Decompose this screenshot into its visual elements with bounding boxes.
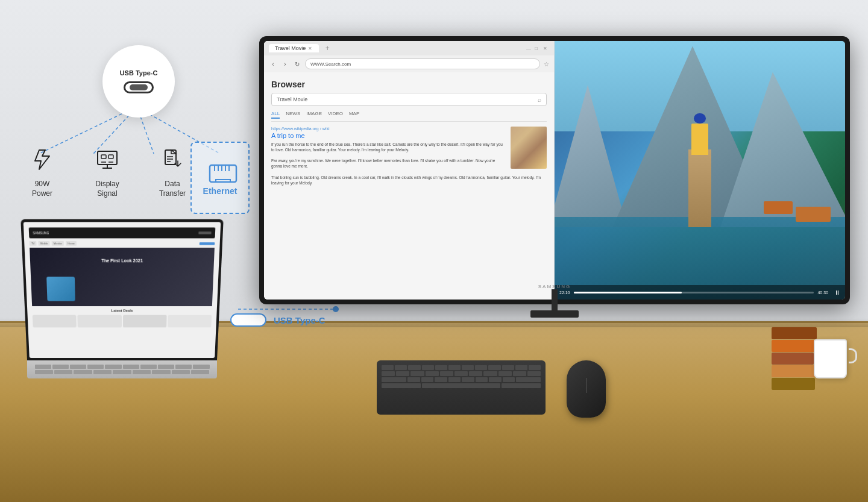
dk-key [516,377,541,382]
usb-type-c-bubble: USB Type-C [102,45,175,118]
data-label: DataTransfer [159,180,186,198]
dk-key [483,371,497,376]
mouse-divider [586,378,587,393]
nav-item-3: Monitor [52,241,64,246]
samsung-logo-monitor: SAMSUNG [538,284,571,289]
key [93,370,112,374]
tab-close-icon: ✕ [308,46,313,51]
dk-key [426,371,439,376]
laptop-keyboard [27,360,217,378]
svg-rect-9 [101,155,106,158]
dk-key [382,371,395,376]
dk-key [462,377,474,382]
key [123,365,139,369]
dk-key [488,365,500,370]
dk-key [395,365,407,370]
laptop-hero: The First Look 2021 [30,248,215,306]
deal-3 [123,315,167,328]
book-3 [772,353,814,365]
browser-titlebar: Travel Movie ✕ + — □ ✕ [264,41,554,55]
tab-video: VIDEO [328,111,343,119]
key [152,370,170,374]
new-tab-icon: + [322,43,332,53]
dk-key [408,365,420,370]
key [70,365,86,369]
dk-key [515,365,527,370]
reload-button: ↻ [293,60,301,68]
key [35,365,51,369]
result-title: A trip to me [271,132,547,139]
key [133,370,151,374]
dk-key [435,365,447,370]
search-text: Travel Movie [277,96,307,102]
desk-keyboard-body [377,360,546,415]
key [158,365,174,369]
dk-key [498,371,512,376]
dk-key [410,371,424,376]
dk-row-1 [382,365,541,370]
desk-keyboard [377,360,546,415]
dk-key [513,371,526,376]
nav-item-2: Mobile [39,241,50,246]
dk-key [448,377,461,382]
browser-search-box: Travel Movie ⌕ [271,93,547,106]
pier [688,149,712,227]
display-icon [92,145,122,175]
forward-button: › [281,60,289,68]
dk-key [502,383,541,388]
dk-row-4 [382,383,541,388]
feature-display: DisplaySignal [83,145,131,198]
feature-power: 90WPower [18,145,66,198]
usb-c-connector-icon [124,81,154,93]
browser-tab: Travel Movie ✕ [269,44,319,52]
tab-image: IMAGE [306,111,322,119]
deal-4 [168,315,212,328]
laptop-screen-inner: SAMSUNG TV Mobile Monitor Home [24,222,221,358]
key [175,365,192,369]
key [74,370,92,374]
deals-grid [33,315,212,328]
key [52,365,69,369]
keyboard-rows [35,365,210,374]
hero-text: The First Look 2021 [101,253,143,265]
dk-key [422,365,434,370]
nav-item-4: Home [66,241,77,246]
book-2 [772,340,820,352]
dk-row-2 [382,371,541,376]
dk-row-3 [382,377,541,382]
dk-key [448,365,461,370]
dk-key [529,365,541,370]
maximize-icon: □ [535,45,541,51]
svg-rect-10 [108,155,113,158]
key [113,370,131,374]
stand-base [530,310,579,318]
video-background [555,41,845,300]
key [35,370,53,374]
monitor-outer: Travel Movie ✕ + — □ ✕ ‹ › ↻ [259,36,850,304]
book-1 [772,327,817,339]
dk-key [440,371,453,376]
monitor-screen: Travel Movie ✕ + — □ ✕ ‹ › ↻ [264,41,845,300]
laptop-content: SAMSUNG TV Mobile Monitor Home [24,222,221,358]
tab-map: MAP [349,111,359,119]
key [140,365,157,369]
dk-key [476,377,488,382]
laptop-nav-icon [198,231,211,234]
tab-news: NEWS [286,111,300,119]
key [54,370,72,374]
dk-key [382,383,421,388]
boat-2 [764,201,793,214]
mug-body [814,339,847,378]
laptop-screen: SAMSUNG TV Mobile Monitor Home [20,219,224,360]
browser-controls: ‹ › ↻ WWW.Search.com ☆ [264,55,554,72]
dk-key [407,377,420,382]
progress-bar [574,292,814,293]
search-tabs: ALL NEWS IMAGE VIDEO MAP [271,111,547,122]
key [193,365,209,369]
laptop-nav: TV Mobile Monitor Home [30,241,215,246]
nav-item-1: TV [30,241,37,246]
browser-panel: Travel Movie ✕ + — □ ✕ ‹ › ↻ [264,41,555,300]
coffee-mug [814,339,850,381]
close-window-icon: ✕ [543,45,549,51]
book-5 [772,378,815,390]
